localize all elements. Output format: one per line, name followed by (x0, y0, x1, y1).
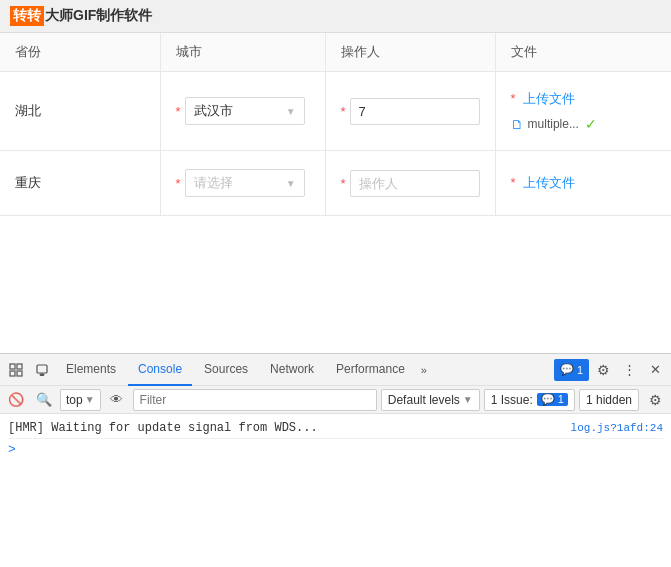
col-header-province: 省份 (0, 33, 160, 72)
file-item-1: 🗋 multiple... ✓ (511, 116, 656, 132)
eye-icon[interactable]: 👁 (105, 388, 129, 412)
message-icon: 💬 (560, 363, 574, 376)
cell-province-2: 重庆 (0, 151, 160, 216)
levels-label: Default levels (388, 393, 460, 407)
issue-count-badge: 💬 1 (537, 393, 568, 406)
operator-input-1[interactable] (350, 98, 480, 125)
device-toolbar-icon[interactable] (30, 358, 54, 382)
console-badge-button[interactable]: 💬 1 (554, 359, 589, 381)
title-highlight: 转转 (10, 6, 44, 26)
city-select-1[interactable]: 武汉市 ▼ (185, 97, 305, 125)
city-select-value-1: 武汉市 (194, 102, 233, 120)
file-name-1: multiple... (528, 117, 579, 131)
console-log-area: [HMR] Waiting for update signal from WDS… (0, 414, 671, 567)
cell-province-1: 湖北 (0, 72, 160, 151)
cell-operator-1: * (325, 72, 495, 151)
file-icon: 🗋 (511, 117, 524, 132)
prompt-symbol: > (8, 442, 16, 457)
col-header-operator: 操作人 (325, 33, 495, 72)
clear-console-icon[interactable]: 🚫 (4, 388, 28, 412)
log-link[interactable]: log.js?1afd:24 (571, 422, 663, 434)
cell-city-1: * 武汉市 ▼ (160, 72, 325, 151)
console-filter-input[interactable] (133, 389, 377, 411)
issues-button[interactable]: 1 Issue: 💬 1 (484, 389, 575, 411)
badge-count: 1 (577, 364, 583, 376)
svg-rect-2 (10, 371, 15, 376)
devtools-tabbar: Elements Console Sources Network Perform… (0, 354, 671, 386)
hidden-count-button[interactable]: 1 hidden (579, 389, 639, 411)
cell-operator-2: * (325, 151, 495, 216)
filter-icon[interactable]: 🔍 (32, 388, 56, 412)
svg-rect-5 (40, 374, 44, 376)
issues-icon: 💬 (541, 393, 555, 405)
inspect-element-icon[interactable] (4, 358, 28, 382)
chevron-down-icon: ▼ (463, 394, 473, 405)
top-level-value: top (66, 393, 83, 407)
table-row: 重庆 * 请选择 ▼ * (0, 151, 671, 216)
top-level-select[interactable]: top ▼ (60, 389, 101, 411)
tab-console[interactable]: Console (128, 354, 192, 386)
log-message: [HMR] Waiting for update signal from WDS… (8, 421, 571, 435)
close-devtools-icon[interactable]: ✕ (643, 358, 667, 382)
tab-sources[interactable]: Sources (194, 354, 258, 386)
devtools-right-controls: 💬 1 ⚙ ⋮ ✕ (554, 358, 667, 382)
hidden-count-label: 1 hidden (586, 393, 632, 407)
col-header-city: 城市 (160, 33, 325, 72)
tab-network[interactable]: Network (260, 354, 324, 386)
console-settings-icon[interactable]: ⚙ (643, 388, 667, 412)
cell-city-2: * 请选择 ▼ (160, 151, 325, 216)
title-bar: 转转 大师GIF制作软件 (0, 0, 671, 33)
cell-file-2: * 上传文件 (495, 151, 671, 216)
svg-rect-0 (10, 364, 15, 369)
required-star: * (511, 91, 516, 106)
file-check-icon: ✓ (585, 116, 597, 132)
chevron-down-icon: ▼ (286, 106, 296, 117)
required-star: * (176, 176, 181, 191)
console-prompt: > (8, 439, 663, 460)
tab-performance[interactable]: Performance (326, 354, 415, 386)
upload-link-2[interactable]: 上传文件 (523, 175, 575, 190)
cell-file-1: * 上传文件 🗋 multiple... ✓ (495, 72, 671, 151)
city-select-placeholder-2: 请选择 (194, 174, 233, 192)
data-table: 省份 城市 操作人 文件 湖北 * 武汉市 ▼ (0, 33, 671, 216)
table-row: 湖北 * 武汉市 ▼ * (0, 72, 671, 151)
default-levels-button[interactable]: Default levels ▼ (381, 389, 480, 411)
issue-label: 1 Issue: (491, 393, 533, 407)
col-header-file: 文件 (495, 33, 671, 72)
svg-rect-4 (37, 365, 47, 373)
tab-elements[interactable]: Elements (56, 354, 126, 386)
devtools-toolbar: 🚫 🔍 top ▼ 👁 Default levels ▼ 1 Issue: 💬 … (0, 386, 671, 414)
city-select-2[interactable]: 请选择 ▼ (185, 169, 305, 197)
chevron-down-icon: ▼ (85, 394, 95, 405)
operator-input-2[interactable] (350, 170, 480, 197)
settings-icon[interactable]: ⚙ (591, 358, 615, 382)
upload-link-1[interactable]: 上传文件 (523, 91, 575, 106)
required-star: * (176, 104, 181, 119)
svg-rect-3 (17, 371, 22, 376)
main-content: 省份 城市 操作人 文件 湖北 * 武汉市 ▼ (0, 33, 671, 353)
more-options-icon[interactable]: ⋮ (617, 358, 641, 382)
more-tabs-icon[interactable]: » (417, 364, 431, 376)
title-rest: 大师GIF制作软件 (45, 7, 152, 25)
chevron-down-icon: ▼ (286, 178, 296, 189)
required-star: * (341, 176, 346, 191)
devtools-panel: Elements Console Sources Network Perform… (0, 353, 671, 567)
log-line: [HMR] Waiting for update signal from WDS… (8, 418, 663, 439)
required-star: * (341, 104, 346, 119)
required-star: * (511, 175, 516, 190)
svg-rect-1 (17, 364, 22, 369)
